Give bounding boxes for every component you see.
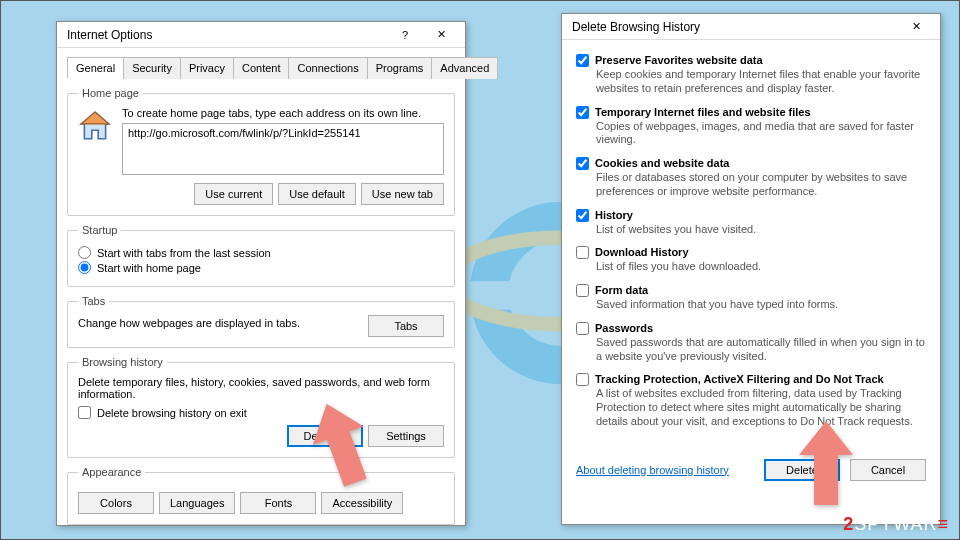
use-default-button[interactable]: Use default [278,183,356,205]
radio-last-session[interactable] [78,246,91,259]
colors-button[interactable]: Colors [78,492,154,514]
languages-button[interactable]: Languages [159,492,235,514]
help-button[interactable]: ? [387,24,423,46]
internet-options-dialog: Internet Options ? ✕ General Security Pr… [56,21,466,526]
about-link[interactable]: About deleting browsing history [576,464,729,476]
tabs-desc: Change how webpages are displayed in tab… [78,317,300,329]
opt-tracking-label: Tracking Protection, ActiveX Filtering a… [595,373,884,385]
delete-button[interactable]: Delete… [287,425,363,447]
tab-general[interactable]: General [67,57,124,79]
tabs-button[interactable]: Tabs [368,315,444,337]
group-tabs-legend: Tabs [78,295,109,307]
opt-dlhist-desc: List of files you have downloaded. [596,260,926,274]
startup-last-session-label: Start with tabs from the last session [97,247,271,259]
close-button[interactable]: ✕ [423,24,459,46]
startup-home-page-label: Start with home page [97,262,201,274]
use-current-button[interactable]: Use current [194,183,273,205]
group-history-legend: Browsing history [78,356,167,368]
opt-passwords-desc: Saved passwords that are automatically f… [596,336,926,364]
group-home-page: Home page To create home page tabs, type… [67,87,455,216]
opt-cookies-label: Cookies and website data [595,157,729,169]
tab-connections[interactable]: Connections [288,57,367,79]
tab-content[interactable]: Content [233,57,290,79]
opt-tempfiles-label: Temporary Internet files and website fil… [595,106,811,118]
window-title: Internet Options [67,28,387,42]
opt-download-history: Download History List of files you have … [576,246,926,274]
checkbox-dlhist[interactable] [576,246,589,259]
group-appearance-legend: Appearance [78,466,145,478]
opt-tempfiles-desc: Copies of webpages, images, and media th… [596,120,926,148]
svg-marker-4 [81,112,109,124]
titlebar: Internet Options ? ✕ [57,22,465,48]
tab-privacy[interactable]: Privacy [180,57,234,79]
dialog-footer: About deleting browsing history Delete C… [562,449,940,493]
opt-preserve-label: Preserve Favorites website data [595,54,763,66]
opt-form-label: Form data [595,284,648,296]
watermark-text: SPYWAR [854,514,937,534]
opt-history-label: History [595,209,633,221]
checkbox-delete-on-exit[interactable] [78,406,91,419]
history-desc: Delete temporary files, history, cookies… [78,376,444,400]
opt-cookies: Cookies and website data Files or databa… [576,157,926,199]
titlebar: Delete Browsing History ✕ [562,14,940,40]
checkbox-passwords[interactable] [576,322,589,335]
home-icon [78,109,112,143]
group-startup: Startup Start with tabs from the last se… [67,224,455,287]
opt-temp-files: Temporary Internet files and website fil… [576,106,926,148]
window-title: Delete Browsing History [572,20,898,34]
home-page-desc: To create home page tabs, type each addr… [122,107,421,119]
opt-preserve-favorites: Preserve Favorites website data Keep coo… [576,54,926,96]
opt-history-desc: List of websites you have visited. [596,223,926,237]
checkbox-tempfiles[interactable] [576,106,589,119]
delete-browsing-history-dialog: Delete Browsing History ✕ Preserve Favor… [561,13,941,525]
checkbox-form[interactable] [576,284,589,297]
delete-on-exit-label: Delete browsing history on exit [97,407,247,419]
group-startup-legend: Startup [78,224,121,236]
group-browsing-history: Browsing history Delete temporary files,… [67,356,455,458]
accessibility-button[interactable]: Accessibility [321,492,403,514]
opt-cookies-desc: Files or databases stored on your comput… [596,171,926,199]
watermark: 2SPYWAR≡ [843,514,949,535]
close-button[interactable]: ✕ [898,16,934,38]
opt-tracking-desc: A list of websites excluded from filteri… [596,387,926,428]
group-tabs: Tabs Change how webpages are displayed i… [67,295,455,348]
checkbox-preserve[interactable] [576,54,589,67]
group-home-page-legend: Home page [78,87,143,99]
radio-home-page[interactable] [78,261,91,274]
tab-programs[interactable]: Programs [367,57,433,79]
tab-strip: General Security Privacy Content Connect… [67,56,455,79]
close-icon: ✕ [912,20,921,33]
home-page-url-input[interactable] [122,123,444,175]
cancel-button[interactable]: Cancel [850,459,926,481]
fonts-button[interactable]: Fonts [240,492,316,514]
use-new-tab-button[interactable]: Use new tab [361,183,444,205]
opt-history: History List of websites you have visite… [576,209,926,237]
delete-button[interactable]: Delete [764,459,840,481]
opt-form-data: Form data Saved information that you hav… [576,284,926,312]
opt-passwords-label: Passwords [595,322,653,334]
opt-tracking-protection: Tracking Protection, ActiveX Filtering a… [576,373,926,428]
delete-on-exit-checkbox[interactable]: Delete browsing history on exit [78,406,444,419]
opt-form-desc: Saved information that you have typed in… [596,298,926,312]
settings-button[interactable]: Settings [368,425,444,447]
opt-dlhist-label: Download History [595,246,689,258]
checkbox-cookies[interactable] [576,157,589,170]
close-icon: ✕ [437,28,446,41]
help-icon: ? [402,29,408,41]
group-appearance: Appearance Colors Languages Fonts Access… [67,466,455,525]
opt-preserve-desc: Keep cookies and temporary Internet file… [596,68,926,96]
opt-passwords: Passwords Saved passwords that are autom… [576,322,926,364]
tab-advanced[interactable]: Advanced [431,57,498,79]
tab-security[interactable]: Security [123,57,181,79]
startup-last-session-radio[interactable]: Start with tabs from the last session [78,246,444,259]
checkbox-history[interactable] [576,209,589,222]
checkbox-tracking[interactable] [576,373,589,386]
startup-home-page-radio[interactable]: Start with home page [78,261,444,274]
